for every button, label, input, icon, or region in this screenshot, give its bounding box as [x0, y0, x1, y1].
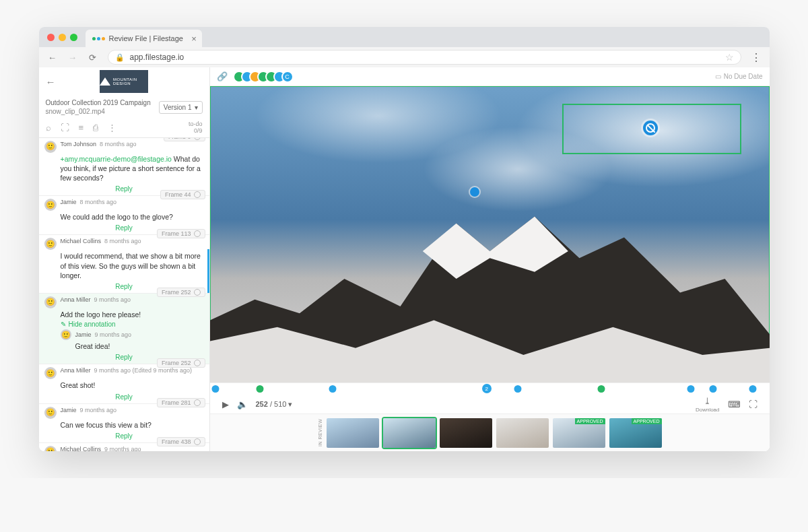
avatar: 🙂 [44, 141, 57, 153]
annotation-pin[interactable] [470, 187, 479, 197]
timeline-marker[interactable] [710, 385, 717, 393]
download-button[interactable]: ⤓ Download [696, 396, 720, 413]
status-ring-icon[interactable] [194, 399, 201, 406]
comment[interactable]: Frame 438🙂Michael Collins 9 months agoPl… [39, 443, 209, 451]
address-bar: ← → ⟳ 🔒 app.filestage.io ☆ ⋮ [39, 47, 770, 67]
status-ring-icon[interactable] [194, 230, 201, 237]
avatar: 🙂 [44, 367, 57, 379]
brand-name: MOUNTAIN DESIGN [113, 77, 148, 86]
browser-tab[interactable]: Review File | Filestage × [86, 30, 202, 47]
timeline-marker[interactable] [257, 385, 264, 393]
comment-meta: Anna Miller 9 months ago [61, 296, 131, 308]
comment-body: We could add the logo to the glove? [44, 211, 204, 222]
comment[interactable]: Frame 0🙂Tom Johnson 8 months ago+amy.mcq… [39, 138, 209, 197]
timeline-marker[interactable]: 2 [482, 384, 492, 393]
timeline-marker[interactable] [514, 385, 521, 393]
comment-reply: 🙂Jamie 9 months agoGreat idea! [44, 328, 204, 351]
thumbnail[interactable] [327, 418, 379, 448]
browser-menu-icon[interactable]: ⋮ [751, 51, 762, 64]
reload-icon[interactable]: ⟳ [88, 53, 98, 63]
comment-list[interactable]: Frame 0🙂Tom Johnson 8 months ago+amy.mcq… [39, 137, 209, 451]
bookmark-icon[interactable]: ☆ [725, 52, 734, 63]
thumbnail[interactable]: APPROVED [609, 418, 662, 448]
mountain-graphic [210, 175, 770, 383]
comment-body: Add the logo here please! [44, 308, 204, 319]
avatar: 🙂 [44, 446, 57, 451]
sidebar-toolbar: ⌕ ⛶ ≡ ⎙ ⋮ to-do 0/9 [39, 119, 209, 137]
todo-count: to-do 0/9 [189, 121, 203, 135]
search-icon[interactable]: ⌕ [46, 123, 51, 133]
annotation-pin-locked[interactable] [643, 121, 658, 135]
chevron-down-icon: ▾ [195, 104, 198, 111]
mountain-icon [100, 77, 110, 86]
calendar-icon: ▭ [715, 73, 721, 80]
annotation-toggle[interactable]: ✎Hide annotation [44, 319, 204, 328]
download-icon: ⤓ [704, 396, 711, 406]
zoom-dot[interactable] [70, 34, 77, 41]
minimize-dot[interactable] [59, 34, 66, 41]
frame-tag: Frame 0 [164, 137, 205, 141]
comment-body: Can we focus this view a bit? [44, 419, 204, 430]
sidebar-back-icon[interactable]: ← [46, 76, 56, 88]
timeline-marker[interactable] [329, 385, 337, 393]
avatar: 🙂 [44, 238, 57, 250]
play-icon[interactable]: ▶ [222, 399, 229, 409]
sort-icon[interactable]: ≡ [79, 123, 84, 133]
comment-meta: Jamie 8 months ago [61, 199, 117, 211]
timeline-marker[interactable] [749, 385, 756, 393]
comment-meta: Jamie 9 months ago [61, 407, 117, 419]
comment[interactable]: Frame 113🙂Michael Collins 8 months agoI … [39, 235, 209, 294]
lock-annotate-icon [646, 123, 655, 133]
comment[interactable]: Frame 252🙂Anna Miller 9 months agoAdd th… [39, 294, 209, 364]
video-viewer[interactable] [210, 86, 770, 383]
comment-body: Great shot! [44, 379, 204, 390]
approved-badge: APPROVED [632, 418, 662, 424]
status-ring-icon[interactable] [194, 137, 201, 140]
favicon [92, 37, 105, 40]
timeline-marker[interactable] [687, 385, 695, 393]
timeline-marker[interactable] [598, 385, 605, 393]
version-switcher[interactable]: Version 1 ▾ [159, 101, 203, 114]
timeline-marker[interactable] [211, 385, 219, 393]
forward-icon[interactable]: → [67, 53, 78, 63]
collaborator-you[interactable]: C [281, 71, 294, 83]
annotation-rect[interactable] [562, 104, 741, 154]
collaborator-stack[interactable]: C [233, 71, 294, 83]
thumbnail[interactable] [496, 418, 549, 448]
thumbnail[interactable]: APPROVED [553, 418, 605, 448]
volume-icon[interactable]: 🔈 [237, 399, 248, 409]
more-icon[interactable]: ⋮ [108, 123, 116, 133]
avatar: 🙂 [44, 407, 57, 419]
expand-icon[interactable]: ⛶ [61, 123, 69, 133]
fullscreen-icon[interactable]: ⛶ [749, 399, 758, 409]
avatar: 🙂 [44, 199, 57, 211]
file-name: snow_clip_002.mp4 [46, 107, 155, 116]
frame-counter: 252 / 510 ▾ [256, 400, 293, 409]
status-ring-icon[interactable] [194, 191, 201, 198]
print-icon[interactable]: ⎙ [93, 123, 98, 133]
link-icon[interactable]: 🔗 [217, 71, 228, 81]
comment-meta: Michael Collins 9 months ago [61, 446, 141, 451]
back-icon[interactable]: ← [47, 53, 58, 63]
close-icon[interactable]: × [191, 34, 197, 44]
project-name: Outdoor Collection 2019 Campaign [46, 98, 155, 107]
strip-label-review: IN REVIEW [318, 419, 323, 446]
url-field[interactable]: 🔒 app.filestage.io ☆ [108, 50, 741, 65]
status-ring-icon[interactable] [194, 360, 201, 366]
close-dot[interactable] [47, 34, 55, 41]
keyboard-icon[interactable]: ⌨ [728, 399, 741, 409]
comment-meta: Michael Collins 8 months ago [61, 238, 141, 250]
sidebar-header: ← MOUNTAIN DESIGN [39, 67, 209, 96]
main: 🔗 C ▭ No Due Date [210, 67, 770, 451]
comment-meta: Tom Johnson 8 months ago [61, 141, 137, 153]
due-label: No Due Date [724, 73, 763, 80]
status-ring-icon[interactable] [194, 438, 201, 445]
tab-strip: Review File | Filestage × [39, 27, 770, 47]
timeline[interactable]: 2 [210, 383, 770, 395]
thumbnail[interactable] [383, 418, 436, 448]
due-date[interactable]: ▭ No Due Date [715, 73, 763, 80]
thumbnail[interactable] [440, 418, 492, 448]
frame-tag: Frame 438 [157, 437, 205, 446]
browser-window: Review File | Filestage × ← → ⟳ 🔒 app.fi… [39, 27, 770, 451]
status-ring-icon[interactable] [194, 289, 201, 296]
